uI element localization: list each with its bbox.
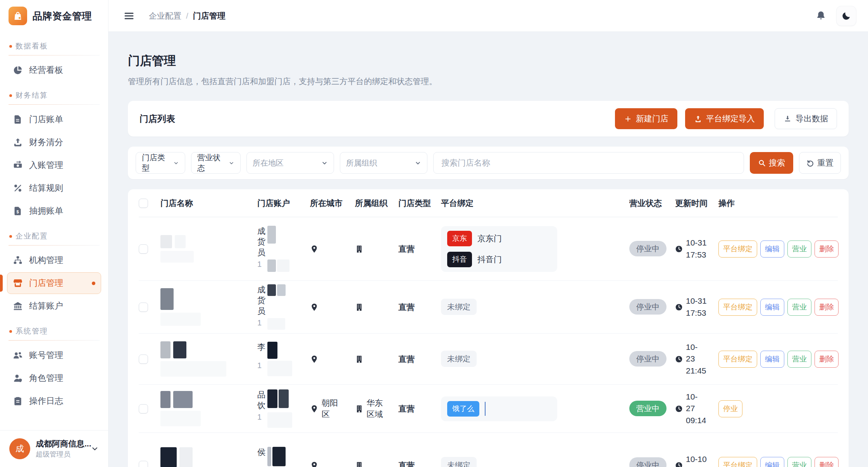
create-store-button[interactable]: 新建门店 (615, 108, 677, 129)
breadcrumb-separator: / (186, 11, 188, 21)
user-card[interactable]: 成 成都阿商信息... 超级管理员 (0, 430, 108, 467)
column-header-city: 所在城市 (310, 198, 355, 209)
platform-bind-import-button[interactable]: 平台绑定导入 (685, 108, 764, 129)
sidebar: 品牌资金管理 数据看板经营看板财务结算门店账单财务清分入账管理结算规则$抽拥账单… (0, 0, 108, 467)
action-button-red[interactable]: 删除 (815, 299, 839, 316)
sidebar-item-money-transfer[interactable]: 入账管理 (7, 154, 101, 176)
account-name: 侯 (257, 447, 266, 457)
action-button-blue[interactable]: 编辑 (760, 351, 784, 368)
bell-icon[interactable] (816, 10, 826, 21)
account-count: 1 (257, 318, 266, 327)
organization-select[interactable]: 所属组织 (340, 152, 427, 174)
sidebar-item-org-tree[interactable]: 机构管理 (7, 249, 101, 271)
redacted-text (267, 342, 277, 359)
search-input[interactable] (433, 152, 744, 174)
store-type-select[interactable]: 门店类型 (136, 152, 185, 174)
list-actions: 新建门店 平台绑定导入 导出数据 (615, 108, 837, 129)
city-cell (310, 245, 355, 253)
store-type: 直营 (398, 355, 415, 363)
sidebar-item-label: 机构管理 (29, 254, 63, 266)
select-all-checkbox[interactable] (139, 199, 148, 208)
sidebar-item-percent[interactable]: 结算规则 (7, 177, 101, 199)
org-name: 华东区域 (367, 398, 385, 420)
redacted-text (160, 391, 170, 408)
action-button-blue[interactable]: 编辑 (760, 457, 784, 467)
unbound-badge: 未绑定 (441, 457, 477, 467)
storefront-icon (13, 278, 23, 288)
platform-cell: 饿了么 (441, 396, 629, 421)
updated-time-cell: 10-3117:53 (675, 237, 718, 261)
search-button[interactable]: 搜索 (750, 152, 793, 174)
action-button-red[interactable]: 删除 (815, 240, 839, 258)
redacted-text (160, 361, 226, 377)
search-icon (758, 159, 766, 167)
action-button-green[interactable]: 营业 (787, 240, 811, 258)
row-checkbox[interactable] (139, 461, 148, 467)
reset-icon (806, 159, 814, 167)
breadcrumb-parent[interactable]: 企业配置 (149, 10, 181, 21)
action-button-blue[interactable]: 编辑 (760, 240, 784, 258)
row-checkbox[interactable] (139, 303, 148, 312)
pin-icon (310, 303, 319, 311)
status-badge: 停业中 (629, 299, 666, 315)
sidebar-item-label: 结算规则 (29, 182, 63, 194)
store-type: 直营 (398, 244, 415, 253)
avatar: 成 (9, 438, 30, 459)
clock-icon (675, 303, 683, 311)
action-button-amber[interactable]: 停业 (718, 400, 742, 417)
sidebar-item-upload-tray[interactable]: 财务清分 (7, 131, 101, 153)
export-data-button[interactable]: 导出数据 (775, 108, 837, 129)
list-header-card: 门店列表 新建门店 平台绑定导入 导出数据 (128, 101, 849, 137)
sidebar-item-storefront[interactable]: 门店管理 (7, 272, 101, 294)
reset-button[interactable]: 重置 (799, 152, 841, 174)
row-checkbox[interactable] (139, 404, 148, 413)
dark-mode-toggle[interactable] (836, 6, 856, 26)
updated-time: 10-2321:45 (686, 341, 706, 377)
redacted-text (173, 391, 193, 408)
app-window: 品牌资金管理 数据看板经营看板财务结算门店账单财务清分入账管理结算规则$抽拥账单… (0, 0, 868, 467)
action-button-red[interactable]: 删除 (815, 351, 839, 368)
sidebar-item-clipboard[interactable]: 操作日志 (7, 390, 101, 412)
org-cell: 华东区域 (355, 398, 398, 420)
building-icon (355, 461, 363, 467)
redacted-text (175, 235, 186, 248)
breadcrumb-current: 门店管理 (193, 10, 226, 21)
action-button-red[interactable]: 删除 (815, 457, 839, 467)
hamburger-menu-icon[interactable] (123, 10, 135, 22)
sidebar-item-users[interactable]: 账号管理 (7, 344, 101, 366)
store-name-cell (160, 288, 257, 326)
sidebar-item-pie-chart[interactable]: 经营看板 (7, 59, 101, 81)
sidebar-section-label: 数据看板 (9, 41, 99, 51)
row-actions: 平台绑定编辑营业删除 (718, 351, 839, 368)
column-header-account: 门店账户 (257, 198, 310, 209)
updated-time-cell: 10-3117:53 (675, 295, 718, 319)
action-button-green[interactable]: 营业 (787, 457, 811, 467)
sidebar-item-bank[interactable]: 结算账户 (7, 295, 101, 317)
action-button-amber[interactable]: 平台绑定 (718, 240, 757, 258)
business-status-select[interactable]: 营业状态 (191, 152, 241, 174)
row-actions: 停业 (718, 400, 838, 417)
platform-cell: 京东京东门抖音抖音门 (441, 226, 629, 272)
region-select[interactable]: 所在地区 (246, 152, 334, 174)
row-checkbox[interactable] (139, 244, 148, 254)
breadcrumb: 企业配置 / 门店管理 (149, 10, 226, 21)
action-button-green[interactable]: 营业 (787, 299, 811, 316)
action-button-amber[interactable]: 平台绑定 (718, 457, 757, 467)
action-button-amber[interactable]: 平台绑定 (718, 351, 757, 368)
sidebar-item-file-dollar[interactable]: $抽拥账单 (7, 200, 101, 222)
action-button-blue[interactable]: 编辑 (760, 299, 784, 316)
bank-icon (13, 301, 23, 311)
status-cell: 停业中 (629, 460, 675, 467)
updated-time: 10-2709:14 (686, 391, 706, 426)
user-meta: 成都阿商信息... 超级管理员 (36, 438, 85, 459)
row-checkbox[interactable] (139, 355, 148, 364)
building-icon (355, 355, 363, 363)
redacted-text (267, 226, 276, 244)
action-button-green[interactable]: 营业 (787, 351, 811, 368)
chevron-down-icon (229, 160, 234, 166)
sidebar-item-file-invoice[interactable]: 门店账单 (7, 109, 101, 130)
action-button-amber[interactable]: 平台绑定 (718, 299, 757, 316)
svg-text:$: $ (17, 209, 19, 214)
sidebar-item-user-shield[interactable]: 角色管理 (7, 367, 101, 389)
updated-time-cell: 10-1016:56 (675, 453, 718, 467)
